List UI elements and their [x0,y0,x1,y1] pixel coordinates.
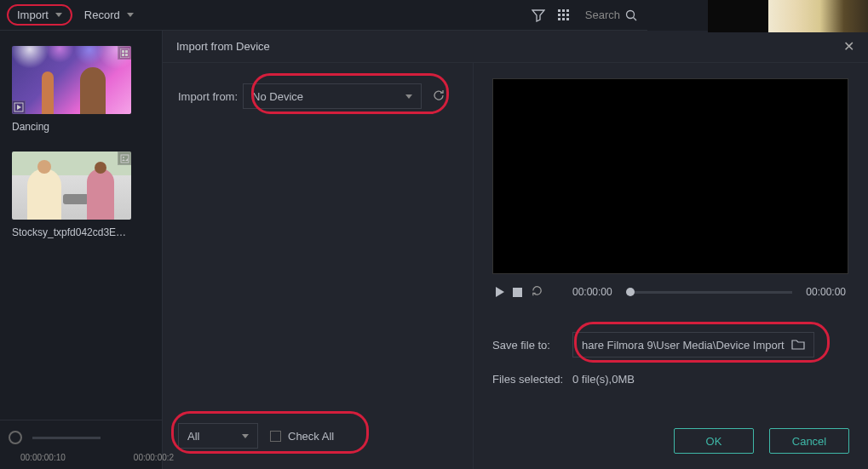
search-icon [625,9,637,21]
files-selected-label: Files selected: [492,373,563,386]
seek-slider[interactable] [626,291,793,294]
device-select[interactable]: No Device [243,83,422,109]
timeline-toolbar [3,427,158,448]
refresh-icon[interactable] [432,89,445,105]
svg-rect-4 [562,14,565,16]
cancel-button[interactable]: Cancel [769,428,849,454]
import-from-row: Import from: No Device [178,83,457,109]
timeline-strip: 00:00:00:10 00:00:00:2 [0,420,162,469]
play-icon[interactable] [496,287,504,297]
stop-icon[interactable] [513,288,522,297]
player-controls: 00:00:00 00:00:00 [492,284,849,300]
folder-icon[interactable] [791,338,805,352]
checkbox-icon [270,431,281,442]
media-sidebar: Dancing Stocksy_txpfd042cd3EA... [0,31,162,469]
svg-rect-13 [125,50,128,53]
timecode: 00:00:00:2 [134,453,174,462]
search-box[interactable]: Search [582,7,641,23]
svg-rect-7 [562,18,565,20]
filter-icon[interactable] [531,8,546,23]
media-thumbnail [12,152,131,220]
svg-rect-11 [120,49,129,58]
top-bar-right: Search [531,7,641,23]
svg-point-9 [627,10,635,18]
media-item-label: Stocksy_txpfd042cd3EA... [12,226,131,238]
svg-rect-2 [566,9,569,12]
dialog-title: Import from Device [176,40,270,53]
chevron-down-icon [55,13,62,17]
svg-rect-14 [122,54,124,56]
import-from-label: Import from: [178,90,238,103]
chevron-down-icon [242,434,249,438]
svg-rect-15 [125,54,128,56]
ok-button[interactable]: OK [674,428,754,454]
media-item[interactable]: Dancing [12,46,150,133]
right-photo-sliver [708,0,868,32]
media-item[interactable]: Stocksy_txpfd042cd3EA... [12,152,150,238]
import-menu-label: Import [17,9,49,21]
chevron-down-icon [127,13,134,17]
dialog-body: Import from: No Device All [163,63,868,469]
svg-rect-1 [562,9,565,12]
timecode: 00:00:00:10 [20,453,66,462]
media-item-label: Dancing [12,121,131,133]
zoom-out-icon[interactable] [9,431,22,444]
filter-select-value: All [187,430,199,443]
top-bar: Import Record Search [0,0,647,31]
dialog-left-panel: Import from: No Device All [163,63,474,469]
files-selected-row: Files selected: 0 file(s),0MB [492,373,849,386]
svg-rect-8 [566,18,569,20]
thumb-info-icon[interactable] [118,152,131,165]
dialog-right-panel: 00:00:00 00:00:00 Save file to: hare Fil… [474,63,868,469]
dialog-buttons: OK Cancel [492,428,849,454]
svg-rect-5 [566,14,569,16]
time-total: 00:00:00 [806,286,846,298]
thumb-type-icon [12,100,26,114]
check-all-checkbox[interactable]: Check All [270,430,334,443]
svg-point-18 [123,157,124,158]
close-icon[interactable]: ✕ [843,38,854,54]
grid-view-icon[interactable] [556,8,572,23]
video-preview [492,78,848,274]
thumb-info-icon[interactable] [118,46,131,60]
slider-handle[interactable] [626,288,635,296]
svg-rect-6 [558,18,560,20]
check-all-label: Check All [288,430,334,443]
reload-icon[interactable] [531,284,543,300]
time-current: 00:00:00 [572,286,612,298]
filter-select[interactable]: All [178,423,258,449]
timeline-ruler: 00:00:00:10 00:00:00:2 [3,448,158,462]
dialog-left-bottom: All Check All [178,423,457,449]
save-file-row: Save file to: hare Filmora 9\User Media\… [492,332,849,357]
files-selected-value: 0 file(s),0MB [572,373,635,386]
device-select-value: No Device [252,90,303,103]
media-thumbnail [12,46,131,114]
svg-rect-12 [122,50,124,53]
svg-rect-0 [558,9,560,12]
svg-line-10 [634,17,637,20]
import-menu[interactable]: Import [7,4,72,26]
record-menu-label: Record [84,9,120,21]
zoom-slider[interactable] [32,437,101,439]
import-dialog: Import from Device ✕ Import from: No Dev… [162,31,868,469]
search-placeholder: Search [585,9,620,21]
save-path-value: hare Filmora 9\User Media\Device Import [582,339,785,352]
chevron-down-icon [405,94,412,99]
main-area: Dancing Stocksy_txpfd042cd3EA... Import … [0,31,868,469]
record-menu[interactable]: Record [76,6,142,24]
save-file-label: Save file to: [492,339,550,352]
save-path-input[interactable]: hare Filmora 9\User Media\Device Import [572,332,814,357]
dialog-header: Import from Device ✕ [163,31,868,63]
svg-rect-3 [558,14,560,16]
